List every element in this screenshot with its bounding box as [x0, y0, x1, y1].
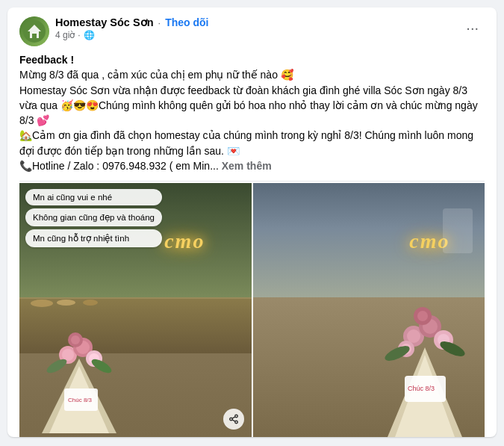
right-image[interactable]: cmo — [253, 183, 485, 437]
svg-point-31 — [417, 311, 428, 321]
post-name-row: Homestay Sóc Sơn · Theo dõi — [55, 16, 208, 28]
line2: Mừng 8/3 đã qua , cảm xúc của chị em phụ… — [19, 67, 485, 82]
time-separator: · — [78, 30, 80, 40]
left-image[interactable]: cmo — [19, 183, 252, 437]
chat-bubble-1: Mn ai cũng vui e nhé — [25, 189, 162, 205]
chat-bubble-3: Mn cũng hỗ trợ nhiệt tình — [25, 229, 162, 247]
divider — [19, 181, 485, 182]
line4: 🏡Cảm ơn gia đình đã chọn homestay của ch… — [19, 128, 485, 158]
flowers-right: Chúc 8/3 — [369, 288, 481, 437]
follow-button[interactable]: Theo dõi — [165, 16, 208, 28]
svg-text:Chúc 8/3: Chúc 8/3 — [408, 385, 435, 392]
svg-point-17 — [234, 415, 237, 418]
dot-separator: · — [158, 17, 161, 28]
svg-line-20 — [232, 420, 235, 421]
svg-point-19 — [234, 421, 237, 424]
post-header: Homestay Sóc Sơn · Theo dõi 4 giờ · 🌐 ··… — [19, 16, 485, 46]
svg-point-18 — [229, 418, 232, 421]
see-more-button[interactable]: Xem thêm — [222, 160, 272, 172]
post-card: Homestay Sóc Sơn · Theo dõi 4 giờ · 🌐 ··… — [7, 7, 497, 437]
time-text: 4 giờ — [55, 30, 75, 40]
line3: Homestay Sóc Sơn vừa nhận được feedback … — [19, 83, 485, 128]
ellipsis-icon: ··· — [466, 19, 479, 37]
globe-icon: 🌐 — [84, 30, 95, 40]
chat-bubble-2: Không gian cũng đẹp và thoáng — [25, 208, 162, 226]
left-logo: cmo — [164, 229, 205, 253]
page-name[interactable]: Homestay Sóc Sơn — [55, 16, 154, 28]
more-options-button[interactable]: ··· — [460, 16, 485, 40]
post-meta: Homestay Sóc Sơn · Theo dõi 4 giờ · 🌐 — [55, 16, 208, 40]
feedback-title: Feedback ! — [19, 54, 74, 66]
flowers-left: Chúc 8/3 — [27, 314, 131, 433]
post-time: 4 giờ · 🌐 — [55, 30, 208, 40]
left-img-bg: cmo — [19, 183, 252, 437]
images-container: cmo — [19, 183, 485, 437]
svg-point-25 — [407, 329, 420, 343]
share-icon[interactable] — [223, 409, 244, 430]
svg-line-21 — [232, 417, 235, 418]
header-left: Homestay Sóc Sơn · Theo dõi 4 giờ · 🌐 — [19, 16, 208, 46]
chat-bubbles: Mn ai cũng vui e nhé Không gian cũng đẹp… — [25, 189, 162, 247]
svg-text:Chúc 8/3: Chúc 8/3 — [68, 397, 93, 403]
svg-point-6 — [62, 349, 74, 361]
avatar[interactable] — [19, 16, 49, 46]
svg-rect-2 — [32, 34, 37, 38]
line5: 📞Hotline / Zalo : 0976.948.932 ( em Min.… — [19, 158, 485, 173]
post-body: Feedback ! Mừng 8/3 đã qua , cảm xúc của… — [19, 52, 485, 173]
svg-point-12 — [71, 335, 80, 344]
right-img-bg: cmo — [253, 183, 485, 437]
